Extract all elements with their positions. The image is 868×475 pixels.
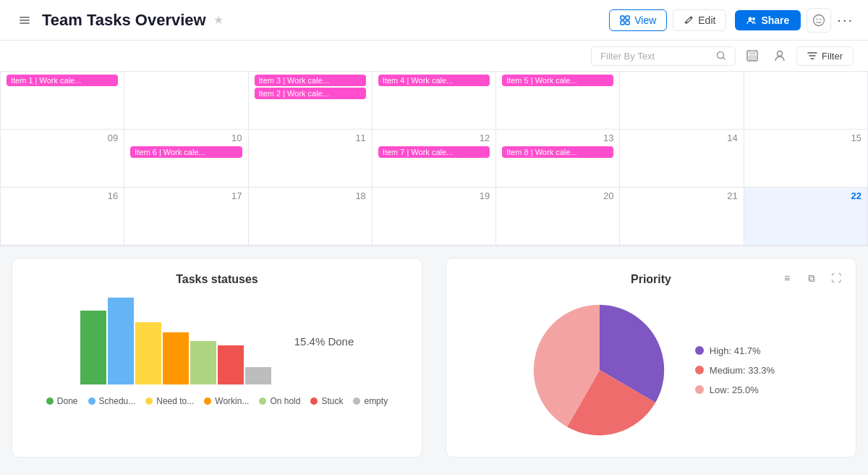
emoji-button[interactable] — [807, 8, 831, 33]
svg-rect-15 — [749, 56, 756, 59]
pie-legend-dot — [695, 346, 704, 355]
tasks-panel-title: Tasks statuses — [27, 273, 407, 286]
cal-day-num: 21 — [626, 190, 737, 201]
cal-event[interactable]: Item 7 | Work cale... — [378, 146, 490, 158]
pie-legend-label: Low: 25.0% — [710, 384, 759, 395]
pie-chart — [527, 298, 672, 442]
legend-dot — [46, 398, 54, 405]
cal-day-num: 09 — [7, 133, 118, 143]
legend-item: Done — [46, 396, 78, 406]
legend-dot — [353, 398, 360, 405]
bar — [108, 298, 134, 384]
header-center: View Edit — [609, 9, 726, 31]
cal-day-num: 20 — [502, 190, 613, 201]
panel-expand-icon[interactable]: ⛶ — [827, 269, 846, 287]
cal-event[interactable]: Item 8 | Work cale... — [502, 146, 613, 158]
legend-label: Need to... — [156, 396, 194, 406]
cal-cell: 19 — [373, 188, 496, 245]
legend-item: On hold — [259, 396, 300, 406]
cal-cell: 22 — [744, 188, 868, 245]
bar — [218, 345, 244, 384]
person-icon[interactable] — [769, 45, 791, 67]
svg-rect-5 — [621, 21, 624, 25]
svg-rect-3 — [621, 16, 624, 20]
svg-point-7 — [749, 17, 752, 20]
legend-label: Workin... — [215, 396, 249, 406]
svg-point-10 — [817, 18, 818, 20]
cal-event[interactable]: Item 5 | Work cale... — [502, 75, 613, 86]
bar — [135, 322, 161, 384]
priority-panel: ≡ ⧉ ⛶ Priority High: 41.7%Medium: 33.3%L… — [446, 258, 856, 458]
cal-cell — [124, 72, 248, 130]
filter-button[interactable]: Filter — [796, 46, 854, 66]
panel-icons: ≡ ⧉ ⛶ — [778, 269, 846, 287]
cal-cell: 09 — [1, 130, 124, 188]
bar — [80, 311, 106, 384]
bar-chart-area: 15.4% Done — [27, 298, 407, 384]
pie-legend-item: High: 41.7% — [695, 345, 775, 356]
svg-rect-4 — [626, 16, 629, 20]
cal-event[interactable]: Item 1 | Work cale... — [7, 75, 118, 86]
cal-cell: Item 4 | Work cale... — [373, 72, 496, 130]
cal-event[interactable]: Item 2 | Work cale... — [255, 88, 366, 99]
cal-day-num: 19 — [378, 190, 490, 201]
cal-cell: 20 — [496, 188, 620, 245]
pie-legend-label: High: 41.7% — [710, 345, 761, 356]
cal-cell: 13Item 8 | Work cale... — [496, 130, 620, 188]
header-right: Share ··· — [735, 8, 854, 33]
panel-filter-icon[interactable]: ≡ — [778, 269, 796, 287]
search-box[interactable]: Filter By Text — [591, 46, 736, 66]
cal-cell: 14 — [620, 130, 744, 188]
calendar-section: Item 1 | Work cale...Item 3 | Work cale.… — [0, 72, 868, 246]
legend-item: Need to... — [145, 396, 194, 406]
cal-cell: 21 — [620, 188, 744, 245]
cal-cell — [620, 72, 744, 130]
legend-label: On hold — [270, 396, 300, 406]
svg-rect-1 — [20, 20, 30, 21]
cal-cell — [744, 72, 868, 130]
pie-legend-dot — [695, 385, 704, 394]
save-icon[interactable] — [741, 45, 763, 67]
cal-cell: 15 — [744, 130, 868, 188]
pie-legend-dot — [695, 366, 704, 374]
cal-cell: Item 1 | Work cale... — [1, 72, 124, 130]
view-button[interactable]: View — [609, 9, 667, 31]
cal-cell: Item 3 | Work cale...Item 2 | Work cale.… — [249, 72, 373, 130]
pie-legend: High: 41.7%Medium: 33.3%Low: 25.0% — [695, 345, 775, 395]
legend-dot — [145, 398, 153, 405]
legend-label: Done — [57, 396, 78, 406]
bar — [163, 332, 189, 384]
cal-event[interactable]: Item 3 | Work cale... — [255, 75, 366, 86]
svg-rect-2 — [20, 22, 30, 24]
cal-cell: 12Item 7 | Work cale... — [373, 130, 496, 188]
filter-icon — [807, 51, 817, 61]
svg-rect-0 — [20, 17, 30, 18]
tasks-panel: Tasks statuses 15.4% Done DoneSchedu...N… — [12, 258, 422, 458]
bar-done-label: 15.4% Done — [294, 335, 354, 348]
view-icon — [620, 15, 630, 25]
more-button[interactable]: ··· — [837, 12, 854, 28]
svg-point-16 — [778, 51, 783, 56]
star-icon[interactable]: ★ — [213, 13, 224, 27]
cal-event[interactable]: Item 4 | Work cale... — [378, 75, 490, 86]
bar-label-area: 15.4% Done — [294, 335, 354, 348]
legend-dot — [310, 398, 318, 405]
legend-item: Workin... — [204, 396, 249, 406]
sidebar-toggle[interactable] — [14, 10, 35, 30]
cal-event[interactable]: Item 6 | Work cale... — [130, 146, 242, 158]
share-button[interactable]: Share — [735, 10, 801, 30]
panel-layout-icon[interactable]: ⧉ — [802, 269, 821, 287]
cal-day-num: 10 — [130, 133, 242, 143]
cal-cell: 11 — [249, 130, 373, 188]
pie-legend-item: Medium: 33.3% — [695, 365, 775, 376]
cal-day-num: 15 — [750, 133, 861, 143]
cal-day-num: 22 — [750, 190, 861, 201]
legend-dot — [259, 398, 266, 405]
legend-item: Schedu... — [88, 396, 136, 406]
pie-legend-item: Low: 25.0% — [695, 384, 775, 395]
cal-day-num: 17 — [130, 190, 242, 201]
edit-icon — [684, 15, 694, 25]
edit-button[interactable]: Edit — [673, 9, 726, 31]
bottom-panels: Tasks statuses 15.4% Done DoneSchedu...N… — [0, 246, 868, 469]
page-title: Team Tasks Overview — [42, 11, 206, 30]
